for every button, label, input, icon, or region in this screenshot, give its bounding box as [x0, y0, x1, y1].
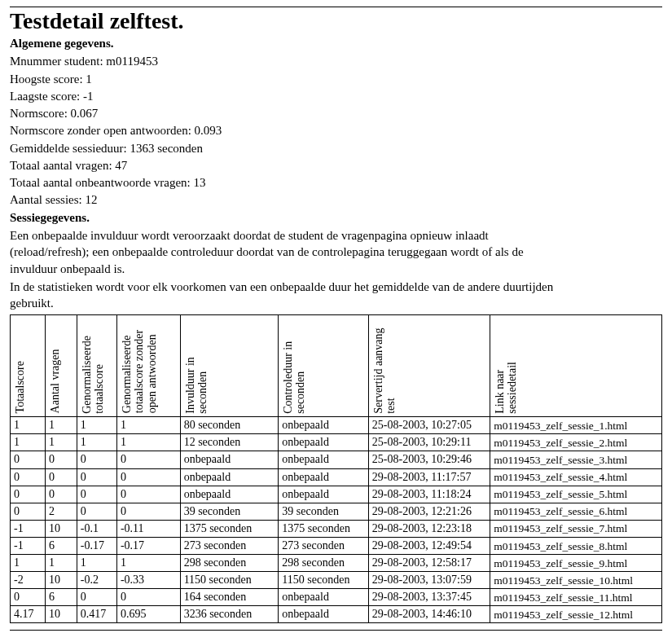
cell-controleduur: 1375 seconden — [279, 520, 368, 537]
label: Normscore zonder open antwoorden: — [10, 124, 191, 137]
kv-gem-sessieduur: Gemiddelde sessieduur: 1363 seconden — [10, 140, 662, 156]
value: 13 — [194, 176, 206, 189]
label: Totaal aantal vragen: — [10, 159, 112, 172]
cell-link[interactable]: m0119453_zelf_sessie_2.html — [490, 434, 662, 451]
cell-link[interactable]: m0119453_zelf_sessie_3.html — [490, 451, 662, 468]
session-table: Totaalscore Aantal vragen Genormaliseerd… — [10, 314, 662, 623]
cell-totaalscore: 1 — [11, 555, 46, 572]
cell-controleduur: onbepaald — [279, 417, 368, 434]
cell-link[interactable]: m0119453_zelf_sessie_6.html — [490, 503, 662, 520]
cell-norm-zo: 0 — [116, 503, 180, 520]
cell-servertijd: 29-08-2003, 11:18:24 — [368, 486, 490, 503]
cell-aantal-vragen: 1 — [45, 555, 77, 572]
value: -1 — [83, 90, 94, 103]
col-header-totaalscore: Totaalscore — [11, 315, 46, 417]
cell-controleduur: onbepaald — [279, 606, 368, 623]
label: Mnummer student: — [10, 55, 103, 68]
cell-aantal-vragen: 10 — [45, 572, 77, 589]
col-header-invulduur: Invulduur in seconden — [180, 315, 279, 417]
label: Laagste score: — [10, 90, 80, 103]
value: m0119453 — [106, 55, 158, 68]
value: 1 — [86, 73, 92, 86]
cell-servertijd: 29-08-2003, 14:46:10 — [368, 606, 490, 623]
cell-aantal-vragen: 10 — [45, 606, 77, 623]
cell-invulduur: 1150 seconden — [180, 572, 279, 589]
cell-invulduur: 80 seconden — [180, 417, 279, 434]
cell-link[interactable]: m0119453_zelf_sessie_8.html — [490, 537, 662, 554]
cell-norm: 1 — [77, 417, 116, 434]
cell-servertijd: 29-08-2003, 12:49:54 — [368, 537, 490, 554]
cell-link[interactable]: m0119453_zelf_sessie_12.html — [490, 606, 662, 623]
cell-controleduur: 39 seconden — [279, 503, 368, 520]
cell-servertijd: 25-08-2003, 10:27:05 — [368, 417, 490, 434]
cell-norm: -0.17 — [77, 537, 116, 554]
cell-aantal-vragen: 0 — [45, 451, 77, 468]
value: 1363 seconden — [130, 142, 203, 155]
cell-totaalscore: 0 — [11, 589, 46, 606]
cell-servertijd: 29-08-2003, 13:37:45 — [368, 589, 490, 606]
table-row: -110-0.1-0.111375 seconden1375 seconden2… — [11, 520, 662, 537]
cell-norm-zo: -0.11 — [116, 520, 180, 537]
kv-totaal-vragen: Totaal aantal vragen: 47 — [10, 157, 662, 174]
table-row: 0000onbepaaldonbepaald29-08-2003, 11:17:… — [11, 468, 662, 486]
kv-hoogste: Hoogste score: 1 — [10, 71, 662, 87]
cell-totaalscore: 0 — [11, 503, 46, 520]
cell-aantal-vragen: 0 — [45, 486, 77, 503]
cell-invulduur: 164 seconden — [180, 589, 279, 606]
cell-norm-zo: -0.33 — [116, 572, 180, 589]
table-row: 1111298 seconden298 seconden29-08-2003, … — [11, 555, 662, 572]
cell-invulduur: 39 seconden — [180, 503, 279, 520]
cell-link[interactable]: m0119453_zelf_sessie_11.html — [490, 589, 662, 606]
table-row: 0000onbepaaldonbepaald29-08-2003, 11:18:… — [11, 486, 662, 503]
cell-controleduur: onbepaald — [279, 589, 368, 606]
kv-totaal-onbeantwoord: Totaal aantal onbeantwoorde vragen: 13 — [10, 174, 662, 191]
cell-norm-zo: 0 — [116, 451, 180, 468]
label: Gemiddelde sessieduur: — [10, 142, 127, 155]
cell-controleduur: 1150 seconden — [279, 572, 368, 589]
cell-controleduur: 298 seconden — [279, 555, 368, 572]
cell-norm-zo: 1 — [116, 555, 180, 572]
cell-norm: -0.1 — [77, 520, 116, 537]
table-row: 111112 secondenonbepaald25-08-2003, 10:2… — [11, 434, 662, 451]
col-header-aantal-vragen: Aantal vragen — [45, 315, 77, 417]
cell-link[interactable]: m0119453_zelf_sessie_5.html — [490, 486, 662, 503]
cell-norm-zo: 1 — [116, 417, 180, 434]
cell-totaalscore: 0 — [11, 451, 46, 468]
table-header-row: Totaalscore Aantal vragen Genormaliseerd… — [11, 315, 662, 417]
cell-link[interactable]: m0119453_zelf_sessie_9.html — [490, 555, 662, 572]
label: Totaal aantal onbeantwoorde vragen: — [10, 176, 191, 189]
table-row: 0600164 secondenonbepaald29-08-2003, 13:… — [11, 589, 662, 606]
cell-controleduur: onbepaald — [279, 434, 368, 451]
value: 0.067 — [71, 107, 99, 120]
label: Hoogste score: — [10, 73, 83, 86]
cell-norm-zo: 0 — [116, 468, 180, 486]
cell-invulduur: 12 seconden — [180, 434, 279, 451]
table-row: -16-0.17-0.17273 seconden273 seconden29-… — [11, 537, 662, 554]
cell-invulduur: onbepaald — [180, 451, 279, 468]
cell-link[interactable]: m0119453_zelf_sessie_4.html — [490, 468, 662, 486]
cell-totaalscore: 0 — [11, 486, 46, 503]
cell-aantal-vragen: 1 — [45, 417, 77, 434]
cell-norm-zo: 0 — [116, 589, 180, 606]
value: 47 — [115, 159, 127, 172]
session-explainer-2: In de statistieken wordt voor elk voorko… — [10, 279, 564, 312]
cell-link[interactable]: m0119453_zelf_sessie_1.html — [490, 417, 662, 434]
top-rule — [10, 7, 662, 7]
page-title: Testdetail zelftest. — [10, 9, 662, 34]
cell-controleduur: onbepaald — [279, 451, 368, 468]
col-header-norm-totaal: Genormaliseerde totaalscore — [77, 315, 116, 417]
cell-invulduur: 273 seconden — [180, 537, 279, 554]
cell-aantal-vragen: 1 — [45, 434, 77, 451]
cell-servertijd: 29-08-2003, 11:17:57 — [368, 468, 490, 486]
cell-link[interactable]: m0119453_zelf_sessie_7.html — [490, 520, 662, 537]
label: Aantal sessies: — [10, 193, 82, 206]
table-row: 020039 seconden39 seconden29-08-2003, 12… — [11, 503, 662, 520]
cell-servertijd: 25-08-2003, 10:29:46 — [368, 451, 490, 468]
cell-link[interactable]: m0119453_zelf_sessie_10.html — [490, 572, 662, 589]
kv-laagste: Laagste score: -1 — [10, 88, 662, 104]
cell-aantal-vragen: 10 — [45, 520, 77, 537]
cell-servertijd: 29-08-2003, 12:23:18 — [368, 520, 490, 537]
cell-norm: -0.2 — [77, 572, 116, 589]
kv-mnummer: Mnummer student: m0119453 — [10, 53, 662, 69]
session-table-body: 111180 secondenonbepaald25-08-2003, 10:2… — [11, 417, 662, 623]
